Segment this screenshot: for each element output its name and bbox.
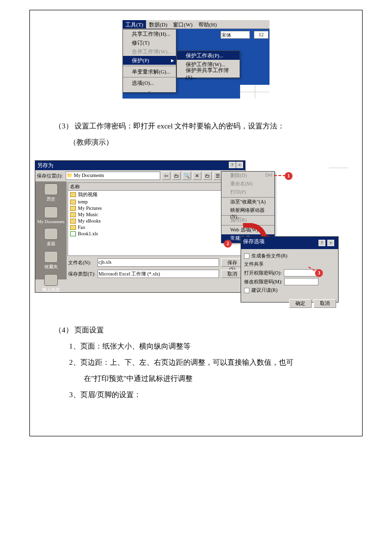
col-name[interactable]: 名称 xyxy=(68,183,226,190)
modpw-label: 修改权限密码(M): xyxy=(244,278,282,285)
protect-sheet-item[interactable]: 保护工作表(P)... xyxy=(177,51,240,60)
readonly-checkbox[interactable] xyxy=(244,288,249,293)
list-item[interactable]: temp xyxy=(68,199,244,205)
text-3-line1: （3） 设置工作簿密码：即打开 excel 文件时要输入的密码，设置方法： xyxy=(40,118,352,134)
callout-badge-3: 3 xyxy=(315,269,323,277)
openpw-label: 打开权限密码(O): xyxy=(244,270,282,277)
data-menu[interactable]: 数据(D) xyxy=(146,20,170,28)
folder-icon xyxy=(70,206,76,211)
help-button[interactable]: ? xyxy=(318,240,325,246)
file-list[interactable]: 名称大小 我的视频 temp My Pictures My Music My e… xyxy=(68,182,244,256)
favorites-icon xyxy=(44,251,58,263)
folder-icon xyxy=(70,200,76,204)
backup-checkbox[interactable] xyxy=(244,253,249,259)
close-button[interactable]: × xyxy=(236,162,243,168)
spreadsheet-grid xyxy=(240,85,270,99)
text-4-item3: 3、页眉/页脚的设置： xyxy=(40,387,352,403)
text-4-item2: 2、页边距：上、下、左、右页边距的调整，可以直接输入数值，也可 xyxy=(40,354,352,371)
tools-dropdown: 共享工作簿(H)... 修订(T) 合并工作簿(W)... 保护(P) 单变量求… xyxy=(122,29,176,93)
excel-protect-menu-screenshot: 工具(T) 数据(D) 窗口(W) 帮助(H) 宋体 12 共享工作簿(H)..… xyxy=(122,20,270,99)
search-icon[interactable]: 🔍 xyxy=(182,172,191,180)
text-4-item1: 1、页面：纸张大小、横向纵向调整等 xyxy=(40,338,352,354)
desktop-icon xyxy=(44,228,58,240)
location-label: 保存位置(I): xyxy=(37,173,64,179)
dialog-title: 另存为 xyxy=(37,162,53,169)
window-menu[interactable]: 窗口(W) xyxy=(170,20,196,28)
protect-item[interactable]: 保护(P) xyxy=(123,56,176,65)
ctx-rename: 重命名(M) xyxy=(221,180,274,188)
places-bar: 历史 My Documents 桌面 收藏夹 网上邻居 xyxy=(35,181,67,279)
network-icon xyxy=(44,274,58,286)
titlebar: 另存为 ? × xyxy=(35,161,245,170)
folder-icon xyxy=(70,212,76,217)
readonly-label: 建议只读(R) xyxy=(251,287,277,294)
solver-item[interactable]: 单变量求解(G)... xyxy=(123,67,176,76)
list-item[interactable]: My Pictures xyxy=(68,205,244,211)
spreadsheet-grid-bg xyxy=(329,160,348,175)
list-item[interactable]: 我的视频 xyxy=(68,191,244,199)
filetype-label: 保存类型(T): xyxy=(68,271,96,278)
ok-button[interactable]: 确定 xyxy=(289,299,312,308)
backup-label: 生成备份文件(B) xyxy=(251,252,287,259)
filetype-combo[interactable]: Microsoft Excel 工作簿 (*.xls) xyxy=(98,270,219,278)
location-combo[interactable]: 📁 My Documents xyxy=(66,172,160,180)
menu-bar: 工具(T) 数据(D) 窗口(W) 帮助(H) xyxy=(122,20,270,29)
paragraph-3: （3） 设置工作簿密码：即打开 excel 文件时要输入的密码，设置方法： （教… xyxy=(40,118,352,151)
fontsize-combo[interactable]: 12 xyxy=(254,31,269,39)
list-item[interactable]: My eBooks xyxy=(68,218,244,224)
revise-item[interactable]: 修订(T) xyxy=(123,38,176,47)
places-history[interactable]: 历史 xyxy=(35,181,67,204)
list-item[interactable]: Fax xyxy=(68,224,244,230)
xls-icon xyxy=(70,231,76,236)
places-network[interactable]: 网上邻居 xyxy=(35,272,67,295)
location-row: 保存位置(I): 📁 My Documents ⇦ 🗀 🔍 ✕ 🗀 ☰ 工具(L… xyxy=(35,170,245,181)
protect-share-item[interactable]: 保护并共享工作簿(S)... xyxy=(177,69,240,77)
history-icon xyxy=(44,183,58,195)
fileshare-group-label: 文件共享 xyxy=(244,261,335,268)
saveas-password-screenshot: 另存为 ? × 保存位置(I): 📁 My Documents ⇦ 🗀 🔍 ✕ … xyxy=(35,160,339,307)
folder-icon xyxy=(70,219,76,224)
callout-badge-1: 1 xyxy=(285,172,293,180)
text-4-heading: （4） 页面设置 xyxy=(40,322,352,338)
modpw-input[interactable] xyxy=(284,278,318,285)
folder-icon xyxy=(70,225,76,230)
up-icon[interactable]: 🗀 xyxy=(172,172,181,180)
list-item[interactable]: Book1.xls38 K xyxy=(68,230,244,237)
help-menu[interactable]: 帮助(H) xyxy=(196,20,220,28)
places-mydocuments[interactable]: My Documents xyxy=(35,204,67,226)
cancel-button[interactable]: 取消 xyxy=(314,299,336,308)
folder-icon xyxy=(44,206,58,218)
newfolder-icon[interactable]: 🗀 xyxy=(203,172,212,180)
save-as-dialog: 另存为 ? × 保存位置(I): 📁 My Documents ⇦ 🗀 🔍 ✕ … xyxy=(35,160,245,293)
tools-menu[interactable]: 工具(T) xyxy=(122,20,146,28)
ctx-print: 打印(P) xyxy=(221,188,274,197)
filename-input[interactable]: cjb.xls xyxy=(98,258,219,267)
save-options-dialog: 保存选项 ?× 生成备份文件(B) 文件共享 打开权限密码(O): 修改权限密码… xyxy=(241,236,339,303)
expand-icon[interactable]: ⌄ xyxy=(123,87,176,92)
ctx-addfav[interactable]: 添至"收藏夹"(A) xyxy=(221,198,274,206)
callout-dash-1 xyxy=(274,175,286,180)
ctx-mapnet[interactable]: 映射网络驱动器(N)... xyxy=(221,206,274,215)
list-item[interactable]: My Music xyxy=(68,211,244,218)
font-combo[interactable]: 宋体 xyxy=(220,31,250,39)
text-3-line2: （教师演示） xyxy=(40,134,352,151)
delete-icon[interactable]: ✕ xyxy=(193,172,201,180)
opt-title: 保存选项 xyxy=(243,238,265,248)
places-desktop[interactable]: 桌面 xyxy=(35,226,67,249)
text-4-item2b: 在"打印预览"中通过鼠标进行调整 xyxy=(40,371,352,387)
paragraph-4: （4） 页面设置 1、页面：纸张大小、横向纵向调整等 2、页边距：上、下、左、右… xyxy=(40,322,352,403)
back-icon[interactable]: ⇦ xyxy=(162,172,171,180)
places-favorites[interactable]: 收藏夹 xyxy=(35,249,67,272)
merge-workbook-item: 合并工作簿(W)... xyxy=(123,47,176,56)
help-button[interactable]: ? xyxy=(229,162,236,168)
share-workbook-item[interactable]: 共享工作簿(H)... xyxy=(123,29,176,38)
folder-icon xyxy=(70,192,76,197)
callout-badge-2: 2 xyxy=(224,240,232,248)
options-item[interactable]: 选项(O)... xyxy=(123,78,176,87)
filename-label: 文件名(N): xyxy=(68,259,96,266)
protect-submenu: 保护工作表(P)... 保护工作簿(W)... 保护并共享工作簿(S)... xyxy=(176,50,240,78)
close-button[interactable]: × xyxy=(327,240,334,246)
ctx-delete: 删除(D)Del xyxy=(221,172,274,180)
